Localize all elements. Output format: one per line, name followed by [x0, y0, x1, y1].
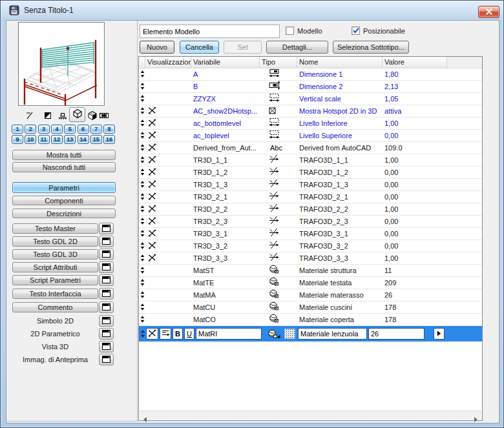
table-row[interactable]: ac_bottomlevelLivello Inferiore1,00: [139, 117, 482, 130]
open-window-button[interactable]: [99, 354, 114, 365]
open-window-button[interactable]: [99, 236, 114, 247]
header-visualizzazione[interactable]: Visualizzazion: [145, 57, 191, 68]
header-nome[interactable]: Nome: [297, 57, 383, 68]
move-updown-icon[interactable]: [140, 154, 145, 166]
hidden-x-icon[interactable]: [148, 203, 156, 215]
scroll-right-icon[interactable]: [473, 413, 478, 418]
move-updown-icon[interactable]: [140, 191, 145, 203]
indent-arrow-button[interactable]: [160, 328, 171, 340]
move-updown-icon[interactable]: [140, 81, 145, 92]
script-button-3[interactable]: Script Attributi: [12, 262, 98, 272]
sidebar-item-parametri[interactable]: Parametri: [12, 182, 116, 193]
variable-name-input[interactable]: [196, 328, 262, 340]
script-button-4[interactable]: Script Parametri: [12, 275, 98, 285]
table-row[interactable]: TR3D_1_1TRAFO3D_1_11,00: [139, 154, 482, 167]
script-button-6[interactable]: Commento: [12, 302, 98, 312]
table-row[interactable]: MatTEMateriale testata209: [139, 277, 482, 289]
move-updown-icon[interactable]: [140, 301, 145, 313]
page-button-4[interactable]: 4: [51, 125, 63, 134]
script-button-2[interactable]: Testo GDL 3D: [12, 249, 98, 260]
element-name-input[interactable]: [140, 25, 280, 38]
script-button-0[interactable]: Testo Master: [12, 223, 98, 234]
shaded-3d-icon[interactable]: [87, 110, 98, 121]
table-row[interactable]: MatCOMateriale coperta178: [139, 314, 482, 326]
page-button-10[interactable]: 10: [25, 135, 36, 144]
open-window-button[interactable]: [99, 301, 114, 313]
open-window-button[interactable]: [99, 328, 114, 340]
move-updown-icon[interactable]: [140, 68, 145, 80]
hidden-x-icon[interactable]: [148, 117, 156, 129]
page-button-14[interactable]: 14: [78, 135, 89, 144]
open-window-button[interactable]: [99, 249, 114, 260]
titlebar[interactable]: Senza Titolo-1: [1, 1, 503, 20]
move-updown-icon[interactable]: [140, 93, 145, 105]
table-row[interactable]: MatMAMateriale materasso26: [139, 289, 482, 301]
table-row[interactable]: TR3D_2_3TRAFO3D_2_30,00: [139, 216, 482, 228]
page-button-7[interactable]: 7: [90, 125, 102, 134]
sidebar-item-componenti[interactable]: Componenti: [12, 196, 116, 205]
hidden-x-icon[interactable]: [148, 154, 156, 166]
selected-parameter-row[interactable]: B U: [139, 326, 482, 341]
front-view-icon[interactable]: [58, 110, 68, 121]
page-button-9[interactable]: 9: [12, 135, 23, 144]
move-updown-icon[interactable]: [140, 167, 145, 178]
move-updown-icon[interactable]: [140, 228, 145, 239]
table-row[interactable]: BDimensione 22,13: [139, 81, 482, 93]
array-grid-icon[interactable]: [284, 329, 295, 339]
header-valore[interactable]: Valore: [383, 57, 447, 68]
cancella-button[interactable]: Cancella: [180, 41, 219, 54]
page-button-13[interactable]: 13: [64, 135, 76, 144]
table-row[interactable]: ZZYZXVertical scale1,05: [139, 93, 482, 105]
show-all-button[interactable]: Mostra tutti: [12, 150, 116, 160]
hide-all-button[interactable]: Nascondi tutti: [12, 162, 116, 172]
move-updown-icon[interactable]: [139, 330, 146, 338]
nuovo-button[interactable]: Nuovo: [140, 41, 174, 54]
page-button-3[interactable]: 3: [38, 125, 50, 134]
open-window-button[interactable]: [99, 274, 114, 286]
parameter-name-input[interactable]: [298, 328, 367, 340]
move-updown-icon[interactable]: [140, 216, 145, 227]
parameter-value-input[interactable]: [368, 328, 425, 340]
move-updown-icon[interactable]: [140, 289, 145, 301]
header-variabile[interactable]: Variabile: [191, 57, 260, 68]
page-button-5[interactable]: 5: [64, 125, 76, 134]
table-row[interactable]: MatCUMateriale cuscini178: [139, 301, 482, 314]
hidden-x-icon[interactable]: [148, 105, 156, 117]
open-window-button[interactable]: [99, 341, 114, 352]
move-updown-icon[interactable]: [140, 203, 145, 215]
preview-3d-view[interactable]: [18, 22, 105, 106]
table-row[interactable]: Derived_from_Aut...AbcDerived from AutoC…: [139, 142, 482, 154]
hidden-x-icon[interactable]: [148, 216, 156, 227]
hidden-x-icon[interactable]: [148, 130, 156, 141]
hide-parameter-button[interactable]: [146, 328, 158, 340]
table-row[interactable]: AC_show2DHotsp...Mostra Hotspot 2D in 3D…: [139, 105, 482, 117]
script-button-5[interactable]: Testo Interfaccia: [12, 289, 98, 299]
header-move-column[interactable]: [139, 57, 145, 68]
page-button-1[interactable]: 1: [12, 125, 23, 134]
table-row[interactable]: ADimensione 11,80: [139, 68, 482, 81]
open-window-button[interactable]: [99, 223, 114, 234]
symbol-2d-line-icon[interactable]: [25, 110, 36, 121]
move-updown-icon[interactable]: [140, 265, 145, 276]
hidden-x-icon[interactable]: [148, 228, 156, 239]
move-updown-icon[interactable]: [140, 252, 145, 264]
move-updown-icon[interactable]: [140, 314, 145, 325]
close-button[interactable]: [478, 6, 499, 18]
move-updown-icon[interactable]: [140, 240, 145, 252]
view-mode-button-wireframe-3d-icon[interactable]: [69, 107, 85, 122]
table-row[interactable]: TR3D_3_2TRAFO3D_3_20,00: [139, 240, 482, 252]
page-button-6[interactable]: 6: [78, 125, 89, 134]
hidden-x-icon[interactable]: [148, 142, 156, 154]
seleziona-sottotipo-button[interactable]: Seleziona Sottotipo...: [333, 41, 409, 54]
open-window-button[interactable]: [99, 288, 114, 300]
film-icon[interactable]: [99, 110, 110, 121]
scroll-left-icon[interactable]: [143, 413, 148, 418]
table-row[interactable]: ac_toplevelLivello Superiore0,00: [139, 130, 482, 142]
underline-button[interactable]: U: [184, 328, 194, 340]
table-row[interactable]: TR3D_3_3TRAFO3D_3_31,00: [139, 252, 482, 265]
move-updown-icon[interactable]: [140, 142, 145, 154]
hidden-x-icon[interactable]: [148, 179, 156, 190]
table-row[interactable]: TR3D_2_1TRAFO3D_2_10,00: [139, 191, 482, 203]
script-button-1[interactable]: Testo GDL 2D: [12, 236, 98, 247]
bold-button[interactable]: B: [173, 328, 183, 340]
